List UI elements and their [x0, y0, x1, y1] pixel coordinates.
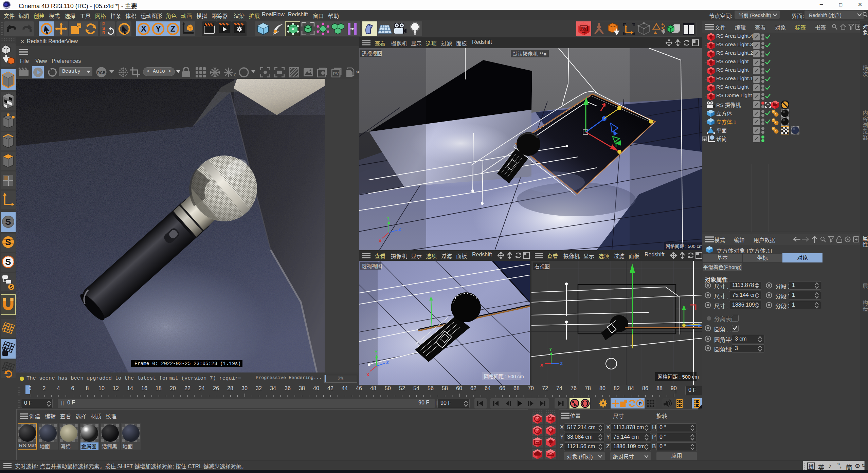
- svg-text:S: S: [5, 237, 11, 247]
- svg-text:网格间距 : 500 cm: 网格间距 : 500 cm: [657, 374, 699, 380]
- svg-text:Y: Y: [375, 349, 378, 354]
- svg-text:Y: Y: [387, 216, 390, 221]
- svg-text:Y: Y: [549, 347, 552, 352]
- svg-text:X: X: [540, 363, 543, 368]
- svg-text:Z: Z: [386, 360, 389, 365]
- svg-text:Z: Z: [560, 361, 563, 366]
- svg-text:PV: PV: [333, 71, 339, 76]
- svg-text:透视视图: 透视视图: [362, 263, 382, 269]
- svg-text:X: X: [141, 24, 146, 33]
- svg-text:默认摄像机 °°■: 默认摄像机 °°■: [512, 51, 546, 57]
- svg-text:P: P: [639, 401, 642, 406]
- svg-text:网格间距 : 500 cm: 网格间距 : 500 cm: [484, 374, 524, 379]
- svg-text:透视视图: 透视视图: [362, 51, 382, 56]
- svg-text:Y: Y: [156, 24, 161, 33]
- svg-text:Z: Z: [398, 227, 401, 232]
- svg-text:RV: RV: [581, 26, 586, 31]
- svg-text:X: X: [366, 372, 369, 377]
- svg-text:S: S: [5, 257, 11, 267]
- svg-text:Z: Z: [170, 24, 176, 33]
- svg-text:右视图: 右视图: [535, 263, 550, 269]
- svg-text:G: G: [234, 72, 236, 77]
- svg-text:Frame 0: 2022-03-25 23:05:2: Frame 0: 2022-03-25 23:05:23 (1.19s): [134, 361, 241, 366]
- svg-text:RGB: RGB: [97, 71, 106, 75]
- svg-text:网格间距 : 500 cm: 网格间距 : 500 cm: [666, 244, 702, 249]
- svg-text:X: X: [379, 238, 382, 243]
- svg-text:S: S: [5, 217, 11, 227]
- svg-text:S: S: [10, 284, 13, 290]
